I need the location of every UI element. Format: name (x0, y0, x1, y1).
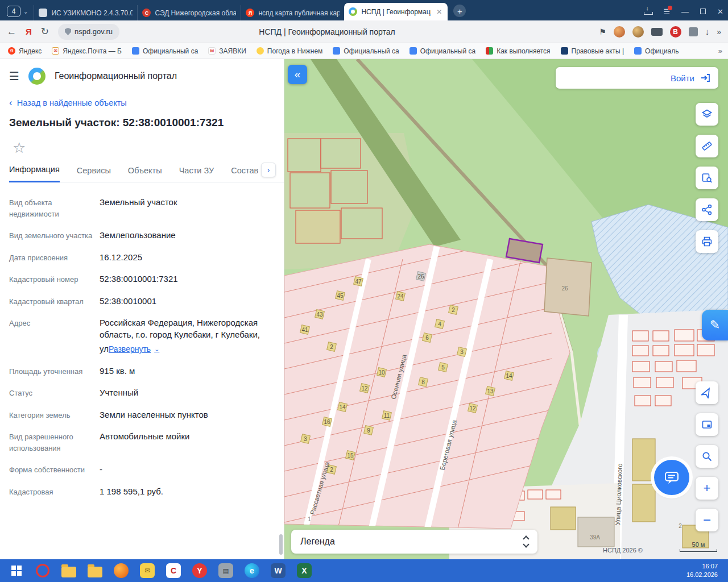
bookmark-item[interactable]: MЗАЯВКИ (208, 47, 246, 55)
bookmark-item[interactable]: ЯЯндекс (8, 47, 42, 55)
parcel-number-label: 12 (469, 405, 476, 411)
panel-tab-состав[interactable]: Состав (231, 166, 258, 182)
extension-avatar-icon[interactable] (614, 26, 625, 38)
browser-tab[interactable]: ИС УЗИКМОНО 2.4.3.70.0 (34, 5, 137, 20)
parcel-number-label: 2 (330, 467, 333, 473)
taskbar-clock[interactable]: 16:07 16.02.2026 (686, 562, 725, 579)
zoom-area-button[interactable] (696, 445, 718, 468)
bookmark-flag-icon (486, 47, 493, 55)
browser-tab-bar: 4 ⌄ ИС УЗИКМОНО 2.4.3.70.0ССЭД Нижегород… (0, 0, 728, 20)
downloads-icon[interactable] (644, 7, 652, 16)
bookmark-item[interactable]: Как выполняется (486, 47, 550, 55)
panel-tab-информация[interactable]: Информация (9, 165, 60, 182)
info-label: Дата присвоения (9, 251, 100, 264)
taskbar-yandex-browser-icon[interactable]: Y (187, 559, 213, 582)
taskbar-consultant-icon[interactable]: C (160, 559, 187, 582)
bookmark-item[interactable]: Официальный са (410, 47, 475, 55)
layers-button[interactable] (696, 103, 718, 126)
panel-scrollbar[interactable] (279, 534, 283, 555)
bookmark-item[interactable]: ✉Яндекс.Почта — Б (52, 47, 122, 55)
chat-widget-button[interactable] (654, 460, 689, 495)
ruler-button[interactable] (696, 135, 718, 157)
search-area-button[interactable] (696, 167, 718, 189)
locate-me-button[interactable] (696, 381, 718, 404)
taskbar-mail-app-icon[interactable]: ✉ (134, 559, 160, 582)
object-info-panel: ☰ Геоинформационный портал ‹ Назад в най… (0, 59, 284, 559)
extensions-puzzle-icon[interactable] (689, 27, 698, 36)
legend-bar[interactable]: Легенда (291, 530, 537, 554)
portal-title: Геоинформационный портал (55, 71, 177, 81)
panel-tab-части-зу[interactable]: Части ЗУ (179, 166, 214, 182)
extension-card-icon[interactable] (651, 28, 663, 36)
mini-map-button[interactable] (696, 413, 718, 436)
expand-address-link[interactable]: Развернуть⌄ (109, 344, 159, 355)
info-value: 1 198 595,1 руб. (100, 485, 163, 498)
address-bar[interactable]: nspd.gov.ru (58, 24, 119, 40)
info-label: Категория земель (9, 409, 100, 421)
info-row: Дата присвоения16.12.2025 (0, 251, 284, 264)
info-row: Площадь уточненная915 кв. м (0, 365, 284, 377)
bookmark-item[interactable]: Погода в Нижнем (257, 47, 323, 55)
yandex-icon: Я (246, 9, 254, 17)
feedback-side-tab[interactable]: ✎ (702, 310, 728, 340)
taskbar-excel-icon[interactable]: X (291, 559, 317, 582)
bookmark-label: Официаль (645, 47, 679, 55)
taskbar-word-icon[interactable]: W (265, 559, 291, 582)
parcel-number-label: 2 (452, 307, 455, 313)
zoom-out-button[interactable]: − (696, 509, 718, 531)
taskbar-edge-icon[interactable]: e (239, 559, 265, 582)
taskbar-scanner-app-icon[interactable]: ▤ (213, 559, 239, 582)
collapse-panel-button[interactable]: « (288, 65, 307, 84)
new-tab-button[interactable]: + (453, 5, 466, 17)
parcel-number-label: 39А (590, 534, 600, 541)
taskbar-opera-icon[interactable] (30, 559, 56, 582)
taskbar-firefox-icon[interactable] (108, 559, 134, 582)
browser-tab[interactable]: ССЭД Нижегородская обла (137, 5, 241, 20)
share-button[interactable] (696, 198, 718, 221)
map-scale: 50 м (680, 541, 717, 552)
panel-tab-сервисы[interactable]: Сервисы (77, 166, 111, 182)
bookmark-item[interactable]: Правовые акты | (561, 47, 624, 55)
bookmarks-overflow-icon[interactable]: » (715, 47, 722, 55)
maximize-button[interactable] (700, 8, 706, 15)
toolbar-overflow-icon[interactable]: » (717, 27, 721, 36)
chevron-down-icon: ⌄ (154, 345, 159, 354)
back-to-results-link[interactable]: ‹ Назад в найденные объекты (9, 98, 275, 107)
info-row: АдресРоссийская Федерация, Нижегородская… (0, 317, 284, 355)
download-arrow-icon[interactable]: ↓ (705, 27, 710, 36)
tab-label: нспд карта публичная кар (258, 9, 340, 17)
map-container[interactable]: 4726244543241462351081214131411121693152… (284, 59, 728, 559)
tab-counter[interactable]: 4 ⌄ (7, 6, 28, 17)
chevron-left-icon: ‹ (9, 98, 13, 107)
browser-tab[interactable]: НСПД | Геоинформаци✕ (344, 3, 448, 20)
panel-tab-объекты[interactable]: Объекты (128, 166, 162, 182)
bookmark-item[interactable]: Официаль (634, 47, 679, 55)
reload-button[interactable]: ↻ (41, 26, 49, 38)
tabs-scroll-right-button[interactable]: › (261, 163, 276, 177)
nspd-logo-icon (28, 68, 46, 85)
taskbar-folder-icon[interactable] (82, 559, 108, 582)
login-button[interactable]: Войти (556, 67, 718, 89)
sidebar-panels-icon[interactable]: ☰ (663, 8, 670, 15)
info-row: Кадастровый квартал52:38:0010001 (0, 295, 284, 307)
start-button[interactable] (3, 559, 30, 582)
extension-b-icon[interactable]: B (670, 26, 681, 38)
taskbar-file-explorer-icon[interactable] (56, 559, 82, 582)
yandex-button[interactable]: Я (26, 27, 32, 36)
print-button[interactable] (696, 230, 718, 253)
bookmark-flag-icon[interactable]: ⚑ (599, 27, 606, 36)
hamburger-menu-icon[interactable]: ☰ (9, 69, 19, 83)
close-button[interactable]: ✕ (717, 8, 723, 15)
tab-strip: ИС УЗИКМОНО 2.4.3.70.0ССЭД Нижегородская… (34, 0, 448, 20)
zoom-in-button[interactable]: + (696, 477, 718, 500)
back-button[interactable]: ← (7, 26, 16, 38)
minimize-button[interactable]: — (681, 8, 689, 15)
extension-avatar2-icon[interactable] (632, 26, 644, 38)
tab-close-icon[interactable]: ✕ (435, 8, 443, 16)
browser-tab[interactable]: Янспд карта публичная кар (241, 5, 344, 20)
bookmark-item[interactable]: Официальный са (333, 47, 399, 55)
favorite-star-icon[interactable]: ☆ (13, 139, 275, 157)
parcel-number-label: 10 (378, 369, 385, 376)
bookmark-item[interactable]: Официальный са (132, 47, 198, 55)
windows-taskbar: ✉CY▤eWX 16:07 16.02.2026 (0, 559, 728, 582)
